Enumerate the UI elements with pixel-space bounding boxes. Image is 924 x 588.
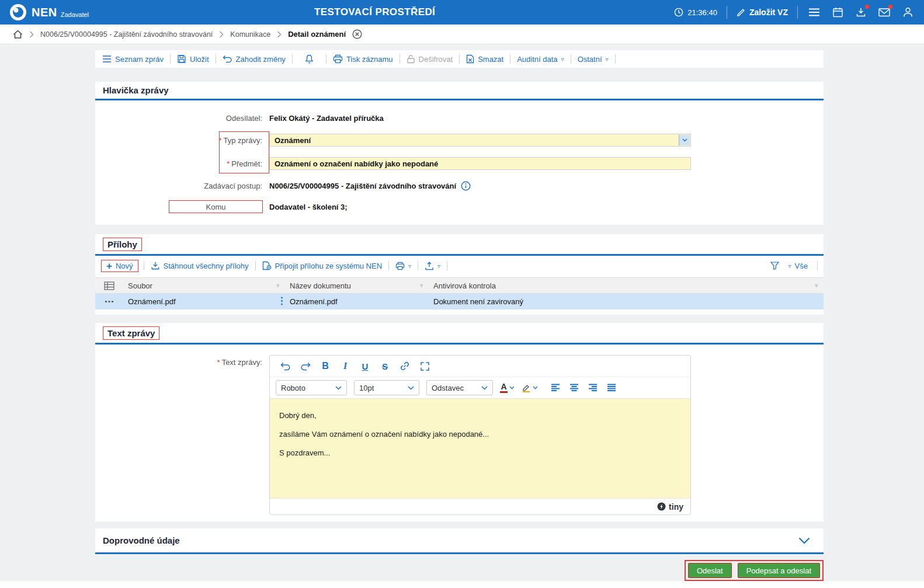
export-attachments-button[interactable]: ▿ [423, 262, 442, 270]
other-button[interactable]: Ostatní ▿ [576, 55, 610, 64]
chevron-down-icon [335, 386, 342, 390]
font-size-value: 10pt [359, 384, 374, 392]
italic-button[interactable]: I [335, 359, 355, 374]
sender-value: Felix Okátý - Zadavatel příručka [269, 114, 384, 123]
column-filter-icon[interactable]: ▿ [815, 283, 818, 288]
person-icon [903, 7, 913, 18]
delete-button[interactable]: Smazat [465, 54, 505, 64]
divider [510, 54, 510, 64]
message-type-dropdown-button[interactable] [679, 135, 690, 145]
message-list-button[interactable]: Seznam zpráv [101, 55, 165, 64]
divider [459, 54, 460, 64]
messages-button[interactable] [877, 5, 891, 19]
view-all-filter-button[interactable]: ▿ Vše [787, 262, 809, 270]
download-all-attachments-button[interactable]: Stáhnout všechny přílohy [150, 261, 250, 270]
filter-button[interactable] [769, 262, 780, 270]
footer-actions: Odeslat Podepsat a odeslat [95, 560, 824, 581]
editor-redo-button[interactable] [296, 359, 315, 374]
align-center-button[interactable] [567, 380, 581, 395]
chevron-down-icon [798, 537, 810, 544]
notification-badge [865, 5, 869, 9]
recipient-button[interactable]: Komu [169, 200, 263, 213]
align-justify-button[interactable] [605, 380, 619, 395]
new-attachment-label: Nový [116, 262, 133, 270]
column-chooser-icon[interactable] [104, 281, 114, 290]
attachment-table-row[interactable]: Oznámení.pdf Oznámení.pdf Dokument není … [95, 294, 824, 309]
clock-icon [674, 8, 683, 17]
field-row-message-type: * Typ zprávy: Oznámení [95, 133, 824, 147]
new-attachment-button[interactable]: + Nový [106, 261, 133, 271]
font-size-select[interactable]: 10pt [354, 380, 419, 395]
save-button[interactable]: Uložit [176, 54, 210, 64]
divider [817, 261, 818, 270]
home-button[interactable] [13, 30, 23, 39]
plus-icon: + [106, 261, 112, 271]
fullscreen-button[interactable] [415, 359, 435, 374]
link-icon [400, 361, 410, 371]
attachments-section: Přílohy + Nový Stáhnout všechny přílohy … [95, 234, 824, 315]
field-row-subject: * Předmět: Oznámení o označení nabídky j… [95, 156, 824, 171]
close-tab-button[interactable] [352, 29, 362, 39]
message-text-section: Text zprávy * Text zprávy: B I U [95, 323, 824, 521]
send-button[interactable]: Odeslat [688, 563, 732, 578]
align-justify-icon [607, 384, 616, 392]
block-format-select[interactable]: Odstavec [426, 380, 493, 395]
info-icon[interactable] [461, 181, 471, 191]
expand-section-button[interactable] [798, 537, 810, 544]
time-value: 21:36:40 [687, 8, 717, 17]
subject-value: Oznámení o označení nabídky jako nepodan… [275, 159, 438, 168]
text-color-button[interactable]: A [500, 382, 515, 393]
delete-icon [466, 54, 474, 64]
sign-and-send-button[interactable]: Podepsat a odeslat [738, 563, 820, 578]
font-family-select[interactable]: Roboto [276, 380, 347, 395]
caret-down-icon: ▿ [561, 57, 564, 62]
save-icon [177, 54, 186, 64]
downloads-button[interactable] [854, 5, 868, 19]
breadcrumb-item-procedure[interactable]: N006/25/V00004995 - Zajištění závodního … [40, 30, 213, 39]
divider [797, 6, 798, 19]
required-marker: * [227, 159, 230, 168]
strikethrough-button[interactable]: S [375, 359, 395, 374]
align-right-button[interactable] [586, 380, 600, 395]
insert-link-button[interactable] [395, 359, 415, 374]
attach-from-nen-button[interactable]: Připojit přílohu ze systému NEN [261, 261, 384, 270]
profile-button[interactable] [901, 5, 915, 19]
row-menu-button[interactable] [280, 296, 283, 307]
align-left-button[interactable] [548, 380, 562, 395]
nen-logo[interactable]: NEN Zadavatel [9, 4, 89, 21]
editor-content[interactable]: Dobrý den, zasíláme Vám oznámení o označ… [270, 399, 690, 498]
print-record-button[interactable]: Tisk záznamu [332, 54, 394, 64]
editor-undo-button[interactable] [276, 359, 296, 374]
message-type-select[interactable]: Oznámení [269, 134, 691, 147]
nen-logo-icon [9, 4, 27, 21]
printer-icon [333, 54, 343, 64]
chevron-down-icon [408, 386, 414, 390]
discard-changes-button[interactable]: Zahodit změny [221, 55, 287, 64]
column-filter-icon[interactable]: ▿ [276, 283, 279, 288]
menu-button[interactable] [807, 5, 821, 19]
notifications-button[interactable] [298, 54, 321, 64]
calendar-button[interactable] [831, 5, 845, 19]
breadcrumb-item-communication[interactable]: Komunikace [230, 30, 270, 39]
print-attachments-button[interactable]: ▿ [394, 262, 412, 270]
create-vz-button[interactable]: Založit VZ [737, 8, 788, 17]
drag-handle-icon[interactable] [105, 300, 114, 303]
bold-button[interactable]: B [315, 359, 335, 374]
underline-button[interactable]: U [355, 359, 375, 374]
rich-text-editor: B I U S Roboto [269, 355, 691, 515]
divider [255, 261, 256, 270]
dots-vertical-icon [280, 296, 283, 305]
message-header-section: Hlavička zprávy Odesílatel: Felix Okátý … [95, 82, 824, 225]
brand-name: NEN [32, 6, 57, 19]
message-type-label: Typ zprávy: [224, 136, 262, 145]
field-row-procedure: Zadávací postup: N006/25/V00004995 - Zaj… [95, 179, 824, 193]
block-format-value: Odstavec [432, 384, 464, 392]
column-filter-icon[interactable]: ▿ [420, 283, 423, 288]
audit-data-button[interactable]: Auditní data ▿ [516, 55, 565, 64]
decrypt-label: Dešifrovat [419, 55, 453, 64]
message-text-label: Text zprávy: [222, 358, 262, 367]
highlight-color-button[interactable] [522, 383, 538, 392]
highlighter-icon [522, 383, 531, 392]
required-marker: * [217, 358, 220, 367]
subject-input[interactable]: Oznámení o označení nabídky jako nepodan… [269, 157, 691, 170]
